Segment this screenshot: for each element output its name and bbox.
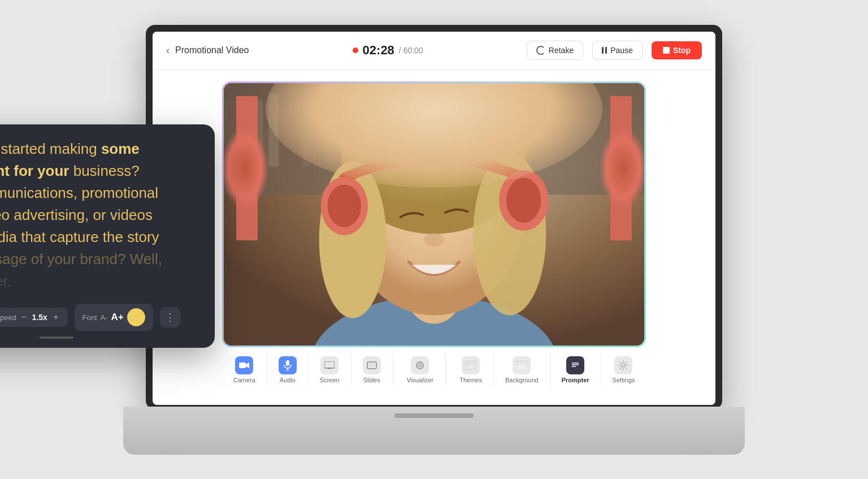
settings-icon [614,356,632,374]
timer-separator: / 60:00 [399,46,423,55]
svg-point-14 [328,184,362,227]
scene: ‹ Promotional Video 02:28 / 60:00 R [0,0,868,479]
svg-rect-22 [324,361,335,368]
screen-icon [320,356,338,374]
svg-rect-4 [268,93,279,166]
pause-icon [602,47,607,54]
more-icon: ⋮ [165,311,175,323]
prompter-bold-text: somevideo content for your [0,140,140,179]
laptop-base [123,407,745,455]
retake-button[interactable]: Retake [527,41,583,60]
toolbar-audio[interactable]: Audio [267,353,309,387]
video-feed [224,83,644,346]
video-preview-container [222,81,646,347]
speed-increase-button[interactable]: + [52,312,59,322]
svg-rect-32 [471,363,474,365]
svg-rect-31 [467,363,470,365]
svg-point-15 [499,170,548,230]
video-inner [224,83,644,346]
laptop: ‹ Promotional Video 02:28 / 60:00 R [123,25,745,455]
stop-button[interactable]: Stop [652,41,702,59]
header-center: 02:28 / 60:00 [353,43,423,58]
svg-point-17 [424,232,444,246]
visualizer-icon [411,356,429,374]
themes-label: Themes [459,377,482,383]
prompter-controls: 5:23 Time remainig Speed − 1.5x + Font A… [0,304,199,331]
prompter-card: Is it time you started making somevideo … [0,124,215,348]
svg-rect-33 [467,366,474,368]
font-increase-button[interactable]: A+ [111,312,124,323]
slides-label: Slides [363,377,380,383]
screen-label: Screen [320,377,340,383]
back-button[interactable]: ‹ [166,45,170,57]
font-control: Font A- A+ [75,304,153,331]
toolbar-background[interactable]: Background [494,353,550,387]
prompter-faded-text: and the message of your brand? Well, [0,251,162,267]
svg-rect-30 [466,361,476,370]
page-title: Promotional Video [175,45,249,55]
background-label: Background [505,377,539,383]
toolbar-slides[interactable]: Slides [351,353,393,387]
header-right: Retake Pause Stop [527,41,702,60]
font-label: Font [83,313,97,322]
visualizer-label: Visualizer [407,377,434,383]
toolbar-visualizer[interactable]: Visualizer [396,353,446,387]
background-icon [513,356,531,374]
svg-point-16 [506,178,541,222]
scroll-bar [40,336,73,339]
toolbar-separator-2 [446,356,447,384]
svg-rect-18 [239,363,246,368]
laptop-screen-outer: ‹ Promotional Video 02:28 / 60:00 R [146,25,722,409]
slides-icon [363,356,381,374]
svg-point-10 [341,88,526,234]
laptop-screen: ‹ Promotional Video 02:28 / 60:00 R [153,32,715,405]
speed-label: Speed [0,313,16,322]
toolbar-screen[interactable]: Screen [309,353,351,387]
main-content: + Camera [153,70,715,405]
svg-point-39 [622,364,625,367]
toolbar-camera[interactable]: Camera [222,353,267,387]
svg-point-13 [321,176,368,235]
theme-toggle-button[interactable] [127,308,145,326]
pause-button[interactable]: Pause [592,41,643,60]
svg-rect-26 [369,363,375,366]
svg-point-11 [319,161,387,318]
speed-control: Speed − 1.5x + [0,308,68,327]
camera-label: Camera [233,377,255,383]
svg-rect-19 [286,360,289,366]
font-decrease-button[interactable]: A- [101,313,108,322]
scroll-indicator [0,336,199,339]
toolbar-separator-1 [394,356,394,384]
speed-value: 1.5x [31,313,49,322]
svg-rect-3 [252,99,263,166]
toolbar-prompter[interactable]: Prompter [550,353,601,387]
toolbar-themes[interactable]: Themes [448,353,494,387]
svg-point-29 [419,365,420,366]
svg-point-12 [473,152,546,315]
retake-icon [536,46,545,55]
camera-icon [235,356,253,374]
video-frame [224,83,644,346]
stop-icon [663,47,670,54]
speed-decrease-button[interactable]: − [20,312,27,322]
audio-label: Audio [280,377,296,383]
svg-rect-6 [302,99,311,166]
audio-icon [279,356,297,374]
recording-indicator [353,48,358,53]
themes-icon [462,356,480,374]
header-left: ‹ Promotional Video [166,45,249,57]
toolbar: Camera Audio [170,347,698,392]
prompter-more-text: look no further. [0,273,11,290]
more-options-button[interactable]: ⋮ [160,307,180,327]
prompter-text: Is it time you started making somevideo … [0,138,199,292]
toolbar-settings[interactable]: Settings [601,353,646,387]
timer-display: 02:28 [363,43,394,58]
header: ‹ Promotional Video 02:28 / 60:00 R [153,32,715,70]
prompter-label: Prompter [562,377,589,383]
prompter-icon [566,356,584,374]
svg-rect-35 [570,361,580,370]
svg-rect-2 [224,83,644,195]
settings-label: Settings [613,377,635,383]
svg-rect-5 [285,110,298,166]
